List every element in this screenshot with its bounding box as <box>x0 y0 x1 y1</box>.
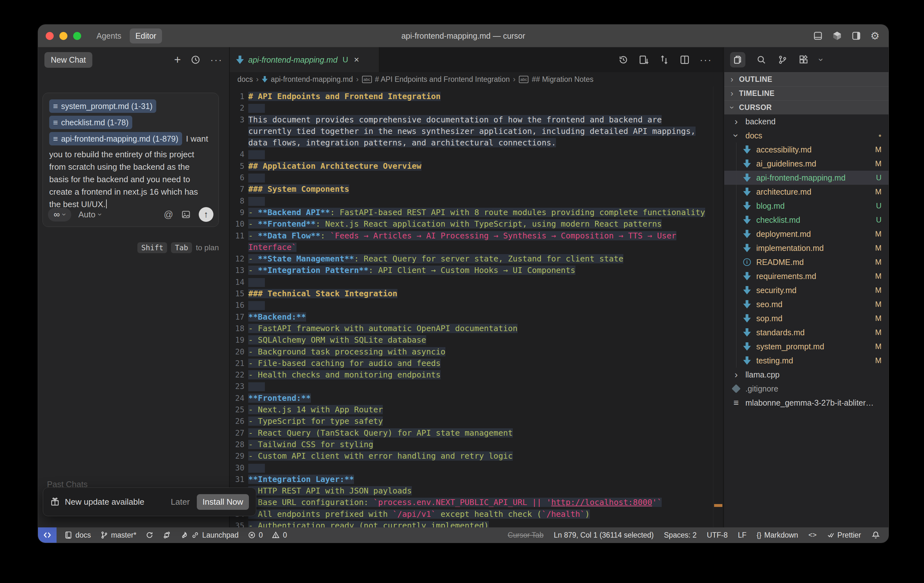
breadcrumb-item[interactable]: api-frontend-mapping.md <box>271 75 353 84</box>
code-line[interactable]: 27 - React Query (TanStack Query) for AP… <box>230 427 713 439</box>
code-line[interactable]: 3 This document provides comprehensive d… <box>230 114 713 126</box>
split-editor-icon[interactable] <box>679 55 690 65</box>
code-line[interactable]: 4 <box>230 149 713 160</box>
code-line[interactable]: data flows, integration patterns, and ar… <box>230 137 713 149</box>
toggle-sidebar-right-icon[interactable] <box>851 31 861 41</box>
code-line[interactable]: 16 <box>230 299 713 311</box>
later-button[interactable]: Later <box>171 497 190 507</box>
new-chat-button[interactable]: New Chat <box>45 52 92 68</box>
timeline-history-icon[interactable] <box>618 55 629 65</box>
tab-editor[interactable]: Editor <box>130 28 162 43</box>
breadcrumb-item[interactable]: ## Migration Notes <box>532 75 593 84</box>
compare-changes-icon[interactable] <box>659 55 670 65</box>
attachment-pill[interactable]: ≡system_prompt.md (1-31) <box>49 99 156 113</box>
language-indicator[interactable]: {}Markdown <box>757 531 798 540</box>
history-clock-icon[interactable] <box>190 55 201 65</box>
indentation-indicator[interactable]: Spaces: 2 <box>664 531 696 540</box>
chevron-down-icon[interactable]: › <box>817 58 826 61</box>
code-line[interactable]: 13 - **Integration Pattern**: API Client… <box>230 265 713 276</box>
code-line[interactable]: 9 - **Backend API**: FastAPI-based REST … <box>230 207 713 218</box>
cursor-logo-icon[interactable] <box>832 31 842 41</box>
warnings-indicator[interactable]: 0 <box>272 531 287 540</box>
more-options-icon[interactable]: ··· <box>210 55 223 65</box>
tree-item[interactable]: checklist.md U <box>724 213 889 227</box>
code-line[interactable]: 2 <box>230 102 713 114</box>
tree-item[interactable]: blog.md U <box>724 199 889 213</box>
code-line[interactable]: 28 - Tailwind CSS for styling <box>230 439 713 450</box>
code-line[interactable]: 6 <box>230 172 713 183</box>
tree-item[interactable]: README.md M <box>724 255 889 269</box>
tree-item[interactable]: mlabonne_gemma-3-27b-it-abliter… <box>724 396 889 410</box>
code-line[interactable]: 32 - HTTP REST API with JSON payloads <box>230 485 713 497</box>
toggle-panel-icon[interactable] <box>813 31 823 41</box>
tree-item[interactable]: deployment.md M <box>724 227 889 241</box>
code-line[interactable]: 17 **Backend:** <box>230 311 713 323</box>
repo-indicator[interactable]: docs <box>64 531 91 540</box>
tree-item[interactable]: standards.md M <box>724 325 889 339</box>
breadcrumb-item[interactable]: docs <box>238 75 253 84</box>
eol-indicator[interactable]: LF <box>738 531 747 540</box>
explorer-icon[interactable] <box>730 52 746 68</box>
code-line[interactable]: 15 ### Technical Stack Integration <box>230 288 713 299</box>
image-attach-icon[interactable] <box>181 209 191 220</box>
tree-item[interactable]: architecture.md M <box>724 185 889 199</box>
code-line[interactable]: 18 - FastAPI framework with automatic Op… <box>230 323 713 334</box>
search-icon[interactable] <box>756 55 767 65</box>
code-line[interactable]: 24 **Frontend:** <box>230 393 713 404</box>
code-line[interactable]: 20 - Background task processing with asy… <box>230 346 713 358</box>
editor-tab[interactable]: api-frontend-mapping.md U × <box>230 47 379 72</box>
errors-indicator[interactable]: 0 <box>248 531 263 540</box>
tree-item[interactable]: backend <box>724 114 889 129</box>
section-header[interactable]: › TIMELINE <box>724 86 889 100</box>
code-line[interactable]: 14 <box>230 276 713 288</box>
agent-mode-selector[interactable]: ∞› <box>48 208 71 221</box>
attachment-pill[interactable]: ≡api-frontend-mapping.md (1-879) <box>49 132 182 145</box>
chat-input-card[interactable]: ≡system_prompt.md (1-31) ≡checklist.md (… <box>43 93 219 227</box>
code-line[interactable]: 30 <box>230 462 713 474</box>
send-button[interactable]: ↑ <box>199 207 213 222</box>
code-line[interactable]: 10 - **Frontend**: Next.js React applica… <box>230 218 713 230</box>
more-actions-icon[interactable]: ··· <box>700 55 712 65</box>
code-line[interactable]: 1 # API Endpoints and Frontend Integrati… <box>230 91 713 102</box>
settings-gear-icon[interactable]: ⚙ <box>870 30 879 42</box>
code-line[interactable]: currently tied together in the news synt… <box>230 126 713 137</box>
code-line[interactable]: 23 <box>230 381 713 392</box>
add-chat-icon[interactable]: + <box>174 53 181 66</box>
tree-item[interactable]: security.md M <box>724 283 889 297</box>
cursor-position[interactable]: Ln 879, Col 1 (36114 selected) <box>554 531 654 540</box>
tree-item[interactable]: testing.md M <box>724 353 889 368</box>
code-line[interactable]: 26 - TypeScript for type safety <box>230 416 713 427</box>
encoding-indicator[interactable]: UTF-8 <box>707 531 728 540</box>
source-control-icon[interactable] <box>777 55 787 65</box>
section-header[interactable]: › CURSOR <box>724 100 889 114</box>
tree-item[interactable]: sop.md M <box>724 311 889 325</box>
breadcrumb-item[interactable]: # API Endpoints and Frontend Integration <box>375 75 510 84</box>
install-now-button[interactable]: Install Now <box>197 494 249 510</box>
code-line[interactable]: 21 - File-based caching for audio and fe… <box>230 358 713 369</box>
code-line[interactable]: 25 - Next.js 14 with App Router <box>230 404 713 416</box>
close-tab-icon[interactable]: × <box>354 55 359 65</box>
tree-item[interactable]: implementation.md M <box>724 241 889 255</box>
cursor-tab-toggle[interactable]: Cursor Tab <box>508 531 543 540</box>
tree-item[interactable]: system_prompt.md M <box>724 339 889 353</box>
model-selector[interactable]: Auto› <box>78 210 101 220</box>
code-line[interactable]: 22 - Health checks and monitoring endpoi… <box>230 369 713 381</box>
tree-item[interactable]: docs ● <box>724 129 889 142</box>
tree-item[interactable]: requirements.md M <box>724 269 889 283</box>
code-line[interactable]: 12 - **State Management**: React Query f… <box>230 253 713 265</box>
code-line[interactable]: 29 - Custom API client with error handli… <box>230 450 713 462</box>
code-line[interactable]: 33 - Base URL configuration: `process.en… <box>230 497 713 508</box>
tree-item[interactable]: api-frontend-mapping.md U <box>724 171 889 185</box>
tree-item[interactable]: ai_guidelines.md M <box>724 157 889 171</box>
code-line[interactable]: 7 ### System Components <box>230 183 713 195</box>
code-line[interactable]: 8 <box>230 195 713 207</box>
section-header[interactable]: › OUTLINE <box>724 72 889 86</box>
code-line[interactable]: 34 - All endpoints prefixed with `/api/v… <box>230 509 713 520</box>
code-line[interactable]: 11 - **Data Flow**: `Feeds → Articles → … <box>230 230 713 242</box>
formatter-indicator[interactable]: Prettier <box>827 531 861 540</box>
code-line[interactable]: 19 - SQLAlchemy ORM with SQLite database <box>230 334 713 346</box>
launchpad-indicator[interactable]: Launchpad <box>180 531 239 540</box>
code-line[interactable]: 31 **Integration Layer:** <box>230 474 713 485</box>
notifications-bell-icon[interactable] <box>871 530 880 540</box>
remote-indicator[interactable] <box>38 527 56 543</box>
